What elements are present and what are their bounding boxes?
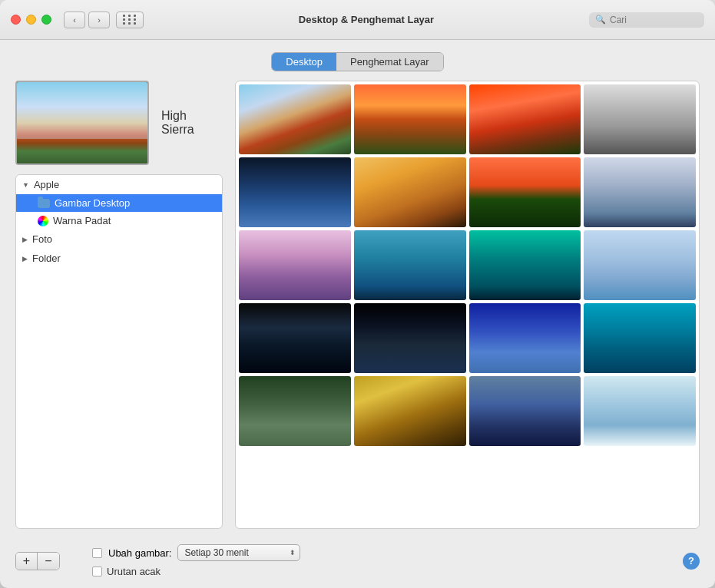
wallpaper-item-20[interactable] (584, 376, 696, 446)
wallpaper-item-6[interactable] (354, 157, 466, 227)
wallpaper-grid-container (235, 81, 700, 529)
tab-desktop[interactable]: Desktop (272, 53, 336, 71)
sidebar-item-photos[interactable]: ▶ Foto (16, 230, 222, 249)
main-area: High Sierra ▼ Apple Gambar Desktop (15, 81, 700, 529)
wallpaper-item-19[interactable] (469, 376, 581, 446)
minimize-button[interactable] (26, 15, 36, 25)
titlebar: ‹ › Desktop & Penghemat Layar 🔍 (0, 0, 715, 40)
wallpaper-item-9[interactable] (239, 230, 351, 300)
preview-label: High Sierra (161, 109, 223, 137)
interval-select[interactable]: Setiap 30 menit (177, 544, 300, 561)
app-grid-button[interactable] (116, 12, 144, 28)
change-picture-checkbox[interactable] (92, 548, 102, 558)
color-wheel-icon (38, 216, 48, 226)
bottom-options: Ubah gambar: Setiap 30 menit ⬍ Urutan ac… (92, 544, 674, 577)
back-button[interactable]: ‹ (64, 12, 85, 28)
sidebar-solid-colors-label: Warna Padat (53, 215, 111, 226)
maximize-button[interactable] (41, 15, 51, 25)
sidebar-item-apple[interactable]: ▼ Apple (16, 175, 222, 194)
left-panel: High Sierra ▼ Apple Gambar Desktop (15, 81, 223, 529)
sidebar-folder-label: Folder (32, 253, 61, 264)
window-title: Desktop & Penghemat Layar (144, 14, 589, 25)
expand-triangle-photos-icon: ▶ (22, 236, 28, 243)
sidebar-desktop-pictures-label: Gambar Desktop (55, 197, 130, 209)
expand-triangle-icon: ▼ (22, 181, 29, 189)
tab-bar: Desktop Penghemat Layar (15, 52, 700, 71)
add-remove-buttons: + − (15, 552, 60, 570)
wallpaper-item-10[interactable] (354, 230, 466, 300)
wallpaper-item-16[interactable] (584, 303, 696, 373)
sidebar-item-desktop-pictures[interactable]: Gambar Desktop (16, 194, 222, 212)
wallpaper-item-7[interactable] (469, 157, 581, 227)
grid-dots-icon (123, 15, 137, 25)
forward-button[interactable]: › (88, 12, 110, 28)
search-input[interactable] (610, 15, 694, 25)
sidebar-photos-label: Foto (32, 233, 52, 245)
wallpaper-item-2[interactable] (354, 84, 466, 154)
expand-triangle-folder-icon: ▶ (22, 255, 28, 263)
interval-select-wrapper: Setiap 30 menit ⬍ (177, 544, 300, 561)
sidebar-item-folder[interactable]: ▶ Folder (16, 249, 222, 268)
wallpaper-item-1[interactable] (239, 84, 351, 154)
search-box[interactable]: 🔍 (589, 12, 704, 28)
wallpaper-item-12[interactable] (584, 230, 696, 300)
wallpaper-item-14[interactable] (354, 303, 466, 373)
wallpaper-item-11[interactable] (469, 230, 581, 300)
tab-screensaver[interactable]: Penghemat Layar (336, 53, 443, 71)
folder-icon (38, 199, 50, 208)
main-window: ‹ › Desktop & Penghemat Layar 🔍 Desktop … (0, 0, 715, 588)
preview-thumbnail (15, 81, 149, 165)
wallpaper-item-17[interactable] (239, 376, 351, 446)
wallpaper-item-3[interactable] (469, 84, 581, 154)
wallpaper-item-8[interactable] (584, 157, 696, 227)
random-order-row: Urutan acak (92, 566, 674, 577)
wallpaper-grid (239, 84, 696, 446)
change-picture-label: Ubah gambar: (108, 547, 171, 559)
preview-image (17, 82, 147, 164)
change-picture-row: Ubah gambar: Setiap 30 menit ⬍ (92, 544, 674, 561)
tab-group: Desktop Penghemat Layar (271, 52, 443, 71)
preview-container: High Sierra (15, 81, 223, 165)
help-button[interactable]: ? (683, 553, 700, 570)
remove-button[interactable]: − (38, 553, 59, 570)
right-panel (235, 81, 700, 529)
traffic-lights (11, 15, 51, 25)
sidebar-apple-label: Apple (34, 179, 59, 190)
wallpaper-item-18[interactable] (354, 376, 466, 446)
random-order-label: Urutan acak (107, 566, 161, 577)
nav-buttons: ‹ › (64, 12, 110, 28)
sidebar: ▼ Apple Gambar Desktop Warna Padat (15, 174, 223, 529)
add-button[interactable]: + (16, 553, 38, 570)
wallpaper-item-4[interactable] (584, 84, 696, 154)
sidebar-item-solid-colors[interactable]: Warna Padat (16, 212, 222, 230)
content-area: Desktop Penghemat Layar High Sierra ▼ (0, 40, 715, 588)
search-icon: 🔍 (595, 15, 606, 25)
wallpaper-item-15[interactable] (469, 303, 581, 373)
random-order-checkbox[interactable] (92, 567, 102, 576)
bottom-bar: + − Ubah gambar: Setiap 30 menit ⬍ (15, 538, 700, 579)
wallpaper-item-5[interactable] (239, 157, 351, 227)
wallpaper-item-13[interactable] (239, 303, 351, 373)
close-button[interactable] (11, 15, 21, 25)
